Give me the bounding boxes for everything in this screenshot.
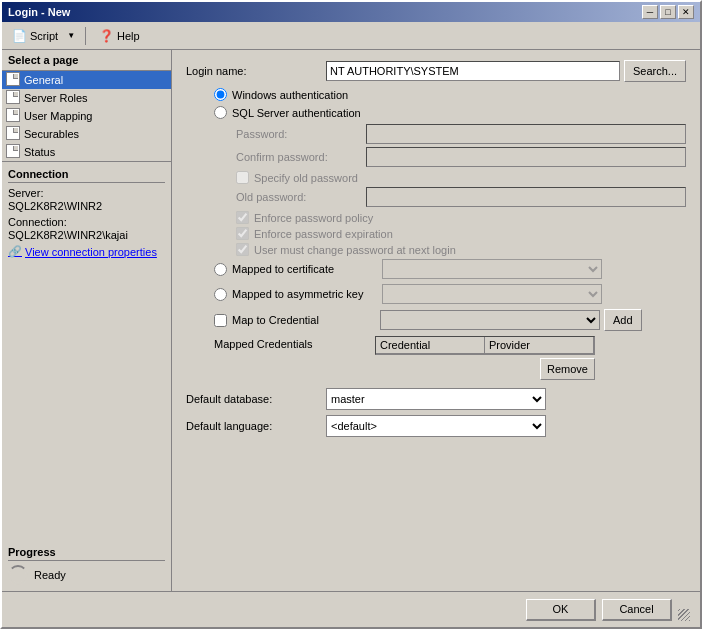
server-label: Server: bbox=[8, 187, 165, 199]
help-icon: ❓ bbox=[99, 29, 114, 43]
progress-row: Ready bbox=[8, 565, 165, 585]
help-label: Help bbox=[117, 30, 140, 42]
old-password-input[interactable] bbox=[366, 187, 686, 207]
connection-header: Connection bbox=[8, 168, 165, 183]
server-roles-icon bbox=[6, 90, 22, 106]
sidebar-item-label: Securables bbox=[24, 128, 79, 140]
must-change-checkbox[interactable] bbox=[236, 243, 249, 256]
progress-status: Ready bbox=[34, 569, 66, 581]
confirm-password-label: Confirm password: bbox=[236, 151, 366, 163]
specify-old-password-row: Specify old password bbox=[186, 171, 686, 184]
windows-auth-row: Windows authentication bbox=[186, 88, 686, 101]
help-button[interactable]: ❓ Help bbox=[92, 26, 147, 46]
mapped-certificate-select[interactable] bbox=[382, 259, 602, 279]
title-bar: Login - New ─ □ ✕ bbox=[2, 2, 700, 22]
user-mapping-icon bbox=[6, 108, 22, 124]
sidebar-item-status[interactable]: Status bbox=[2, 143, 171, 161]
mapped-asymmetric-radio[interactable] bbox=[214, 288, 227, 301]
sidebar-item-securables[interactable]: Securables bbox=[2, 125, 171, 143]
enforce-expiration-checkbox[interactable] bbox=[236, 227, 249, 240]
default-database-select[interactable]: master bbox=[326, 388, 546, 410]
mapped-certificate-radio[interactable] bbox=[214, 263, 227, 276]
right-panel: Login name: Search... Windows authentica… bbox=[172, 50, 700, 591]
progress-spinner bbox=[8, 565, 28, 585]
sidebar-item-label: Status bbox=[24, 146, 55, 158]
toolbar-separator bbox=[85, 27, 86, 45]
password-input[interactable] bbox=[366, 124, 686, 144]
windows-auth-radio[interactable] bbox=[214, 88, 227, 101]
enforce-expiration-row: Enforce password expiration bbox=[186, 227, 686, 240]
script-label: Script bbox=[30, 30, 58, 42]
confirm-password-row: Confirm password: bbox=[236, 147, 686, 167]
login-name-label: Login name: bbox=[186, 65, 326, 77]
enforce-policy-checkbox[interactable] bbox=[236, 211, 249, 224]
status-icon bbox=[6, 144, 22, 160]
must-change-row: User must change password at next login bbox=[186, 243, 686, 256]
map-credential-label: Map to Credential bbox=[232, 314, 380, 326]
bottom-form: Default database: master Default languag… bbox=[186, 388, 686, 437]
remove-button[interactable]: Remove bbox=[540, 358, 595, 380]
sidebar-item-label: General bbox=[24, 74, 63, 86]
enforce-expiration-label: Enforce password expiration bbox=[254, 228, 393, 240]
password-block: Password: Confirm password: bbox=[186, 124, 686, 167]
progress-header: Progress bbox=[8, 546, 165, 561]
window-title: Login - New bbox=[8, 6, 70, 18]
password-row: Password: bbox=[236, 124, 686, 144]
add-button[interactable]: Add bbox=[604, 309, 642, 331]
enforce-policy-row: Enforce password policy bbox=[186, 211, 686, 224]
script-icon: 📄 bbox=[12, 29, 27, 43]
script-btn-group: 📄 Script ▼ bbox=[7, 26, 79, 46]
credentials-table-header: Credential Provider bbox=[376, 337, 594, 354]
mapped-asymmetric-label: Mapped to asymmetric key bbox=[232, 288, 382, 300]
default-database-label: Default database: bbox=[186, 393, 326, 405]
general-icon bbox=[6, 72, 22, 88]
default-database-row: Default database: master bbox=[186, 388, 686, 410]
progress-section: Progress Ready bbox=[2, 540, 171, 591]
provider-col-header: Provider bbox=[485, 337, 594, 353]
mapped-credentials-label: Mapped Credentials bbox=[214, 336, 369, 350]
old-password-block: Old password: bbox=[186, 187, 686, 207]
connection-value: SQL2K8R2\WINR2\kajai bbox=[8, 229, 165, 241]
specify-old-password-checkbox[interactable] bbox=[236, 171, 249, 184]
mapped-credentials-section: Mapped Credentials Credential Provider R… bbox=[186, 336, 686, 380]
sql-auth-row: SQL Server authentication bbox=[186, 106, 686, 119]
map-credential-checkbox[interactable] bbox=[214, 314, 227, 327]
creds-and-remove: Credential Provider Remove bbox=[375, 336, 595, 380]
left-panel: Select a page General Server Roles bbox=[2, 50, 172, 591]
sidebar-item-general[interactable]: General bbox=[2, 71, 171, 89]
search-button[interactable]: Search... bbox=[624, 60, 686, 82]
resize-handle[interactable] bbox=[678, 609, 690, 621]
cancel-button[interactable]: Cancel bbox=[602, 599, 672, 621]
confirm-password-input[interactable] bbox=[366, 147, 686, 167]
title-controls: ─ □ ✕ bbox=[642, 5, 694, 19]
mapped-asymmetric-select[interactable] bbox=[382, 284, 602, 304]
credential-select[interactable] bbox=[380, 310, 600, 330]
old-password-row: Old password: bbox=[236, 187, 686, 207]
minimize-button[interactable]: ─ bbox=[642, 5, 658, 19]
close-button[interactable]: ✕ bbox=[678, 5, 694, 19]
toolbar: 📄 Script ▼ ❓ Help bbox=[2, 22, 700, 50]
old-password-label: Old password: bbox=[236, 191, 366, 203]
select-page-header: Select a page bbox=[2, 50, 171, 71]
login-name-input[interactable] bbox=[326, 61, 620, 81]
must-change-label: User must change password at next login bbox=[254, 244, 456, 256]
sidebar-item-user-mapping[interactable]: User Mapping bbox=[2, 107, 171, 125]
script-button[interactable]: 📄 Script bbox=[7, 26, 63, 46]
mapped-certificate-label: Mapped to certificate bbox=[232, 263, 382, 275]
sql-auth-radio[interactable] bbox=[214, 106, 227, 119]
footer: OK Cancel bbox=[2, 591, 700, 627]
credentials-table: Credential Provider bbox=[375, 336, 595, 355]
windows-auth-label: Windows authentication bbox=[232, 89, 348, 101]
securables-icon bbox=[6, 126, 22, 142]
map-credential-row: Map to Credential Add bbox=[186, 309, 686, 331]
restore-button[interactable]: □ bbox=[660, 5, 676, 19]
window-body: 📄 Script ▼ ❓ Help Select a page bbox=[2, 22, 700, 627]
view-connection-properties-link[interactable]: 🔗 View connection properties bbox=[8, 245, 165, 258]
sidebar-item-server-roles[interactable]: Server Roles bbox=[2, 89, 171, 107]
specify-old-password-label: Specify old password bbox=[254, 172, 358, 184]
default-language-row: Default language: <default> bbox=[186, 415, 686, 437]
ok-button[interactable]: OK bbox=[526, 599, 596, 621]
network-icon: 🔗 bbox=[8, 245, 22, 258]
default-language-select[interactable]: <default> bbox=[326, 415, 546, 437]
script-dropdown-arrow[interactable]: ▼ bbox=[63, 28, 79, 43]
